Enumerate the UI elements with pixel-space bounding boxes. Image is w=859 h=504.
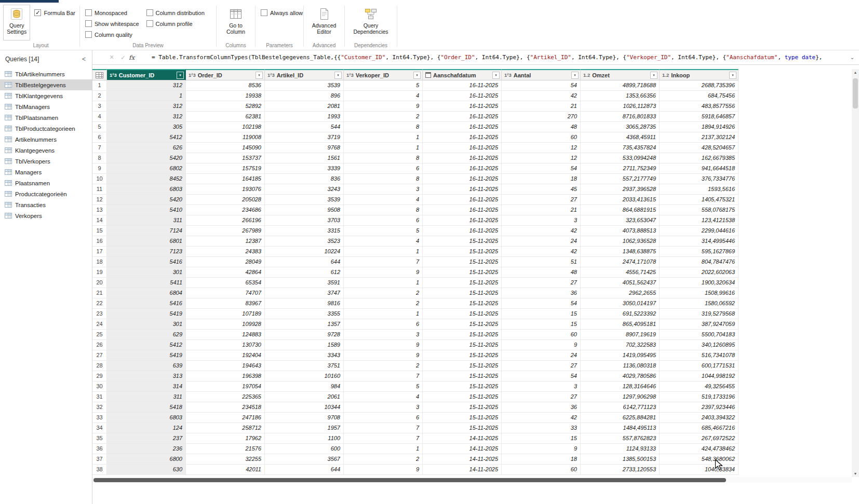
data-cell[interactable]: 557,8762823: [581, 433, 660, 444]
row-number[interactable]: 2: [92, 91, 107, 101]
data-cell[interactable]: 27: [502, 361, 581, 371]
column-filter-button[interactable]: ▾: [492, 72, 500, 79]
query-item-Productcategorieën[interactable]: Productcategorieën: [0, 188, 92, 199]
data-cell[interactable]: 1957: [265, 423, 344, 433]
row-number[interactable]: 21: [92, 288, 107, 298]
data-cell[interactable]: 896: [265, 91, 344, 101]
collapse-pane-button[interactable]: <: [82, 56, 86, 63]
data-cell[interactable]: 1353,66356: [581, 91, 660, 101]
data-cell[interactable]: 3343: [265, 350, 344, 361]
data-cell[interactable]: 1589: [265, 340, 344, 350]
column-header-inkoop[interactable]: 1.2Inkoop▾: [660, 69, 739, 80]
data-cell[interactable]: 15: [502, 319, 581, 330]
row-number[interactable]: 11: [92, 184, 107, 195]
data-cell[interactable]: 124883: [186, 330, 265, 340]
row-number[interactable]: 3: [92, 101, 107, 112]
row-number[interactable]: 28: [92, 361, 107, 371]
data-cell[interactable]: 2: [344, 361, 423, 371]
row-number[interactable]: 24: [92, 319, 107, 330]
data-cell[interactable]: 3: [344, 184, 423, 195]
data-cell[interactable]: 27: [502, 392, 581, 402]
column-filter-button[interactable]: ▾: [413, 72, 421, 79]
row-number[interactable]: 12: [92, 195, 107, 205]
data-cell[interactable]: 6: [344, 164, 423, 174]
data-cell[interactable]: 5412: [107, 340, 186, 350]
data-cell[interactable]: 54: [502, 164, 581, 174]
data-cell[interactable]: 5416: [107, 298, 186, 309]
data-cell[interactable]: 5: [344, 80, 423, 91]
row-number[interactable]: 8: [92, 153, 107, 164]
data-cell[interactable]: 4556,71425: [581, 267, 660, 278]
data-cell[interactable]: 2: [344, 112, 423, 122]
scroll-up-arrow[interactable]: ▲: [852, 69, 859, 76]
data-cell[interactable]: 8: [344, 174, 423, 184]
column-quality-checkbox[interactable]: Column quality: [85, 31, 139, 38]
data-cell[interactable]: 2137,302124: [660, 132, 739, 143]
data-cell[interactable]: 15: [502, 433, 581, 444]
column-filter-button[interactable]: ▾: [729, 72, 736, 79]
data-cell[interactable]: 7: [344, 257, 423, 267]
data-cell[interactable]: 1900,320634: [660, 278, 739, 288]
column-distribution-checkbox[interactable]: Column distribution: [146, 9, 205, 16]
data-cell[interactable]: 311: [107, 215, 186, 226]
formula-input[interactable]: = Table.TransformColumnTypes(TblBestelge…: [152, 54, 848, 61]
data-cell[interactable]: 6804: [107, 288, 186, 298]
data-cell[interactable]: 340,1260895: [660, 340, 739, 350]
data-cell[interactable]: 1357: [265, 319, 344, 330]
data-cell[interactable]: 21: [502, 205, 581, 215]
data-cell[interactable]: 54: [502, 371, 581, 382]
data-cell[interactable]: 314: [107, 382, 186, 392]
data-cell[interactable]: 1: [107, 91, 186, 101]
row-number[interactable]: 19: [92, 267, 107, 278]
data-cell[interactable]: 5412: [107, 132, 186, 143]
data-cell[interactable]: 1993: [265, 112, 344, 122]
commit-formula-icon[interactable]: ✓: [117, 54, 129, 61]
data-cell[interactable]: 205028: [186, 195, 265, 205]
data-cell[interactable]: 4: [344, 195, 423, 205]
vertical-scrollbar-thumb[interactable]: [853, 78, 858, 108]
data-cell[interactable]: 9: [344, 267, 423, 278]
data-cell[interactable]: 3243: [265, 184, 344, 195]
data-cell[interactable]: 18: [502, 174, 581, 184]
data-cell[interactable]: 4073,888513: [581, 226, 660, 236]
data-cell[interactable]: 684,75456: [660, 91, 739, 101]
column-filter-button[interactable]: ▾: [177, 72, 184, 79]
data-cell[interactable]: 12: [502, 153, 581, 164]
data-cell[interactable]: 145090: [186, 143, 265, 153]
data-cell[interactable]: 1: [344, 247, 423, 257]
data-cell[interactable]: 2081: [265, 101, 344, 112]
data-cell[interactable]: 319,5279568: [660, 309, 739, 319]
data-cell[interactable]: 16-11-2025: [423, 91, 502, 101]
data-cell[interactable]: 5500,704183: [660, 330, 739, 340]
data-cell[interactable]: 9508: [265, 205, 344, 215]
data-cell[interactable]: 424,4738462: [660, 444, 739, 454]
column-filter-button[interactable]: ▾: [334, 72, 342, 79]
column-header-aanschafdatum[interactable]: Aanschafdatum▾: [423, 69, 502, 80]
data-cell[interactable]: 702,322583: [581, 340, 660, 350]
data-cell[interactable]: 6142,771123: [581, 402, 660, 413]
data-cell[interactable]: 6: [344, 215, 423, 226]
data-cell[interactable]: 3751: [265, 361, 344, 371]
data-cell[interactable]: 804,7847476: [660, 257, 739, 267]
data-cell[interactable]: 16-11-2025: [423, 132, 502, 143]
data-cell[interactable]: 15-11-2025: [423, 257, 502, 267]
data-cell[interactable]: 1508,99616: [660, 288, 739, 298]
query-item-Verkopers[interactable]: Verkopers: [0, 210, 92, 221]
row-number[interactable]: 14: [92, 215, 107, 226]
data-cell[interactable]: 630: [107, 465, 186, 475]
data-cell[interactable]: 4: [344, 91, 423, 101]
data-cell[interactable]: 7: [344, 423, 423, 433]
data-cell[interactable]: 387,9247059: [660, 319, 739, 330]
data-cell[interactable]: 3: [502, 382, 581, 392]
data-cell[interactable]: 15-11-2025: [423, 350, 502, 361]
data-cell[interactable]: 9: [502, 444, 581, 454]
data-cell[interactable]: 685,4667216: [660, 423, 739, 433]
data-cell[interactable]: 865,4095181: [581, 319, 660, 330]
monospaced-checkbox[interactable]: Monospaced: [85, 9, 139, 16]
data-cell[interactable]: 314,4995446: [660, 236, 739, 247]
data-cell[interactable]: 48: [502, 122, 581, 132]
data-cell[interactable]: 16-11-2025: [423, 205, 502, 215]
data-cell[interactable]: 162,6679385: [660, 153, 739, 164]
data-cell[interactable]: 5: [344, 382, 423, 392]
data-cell[interactable]: 194643: [186, 361, 265, 371]
